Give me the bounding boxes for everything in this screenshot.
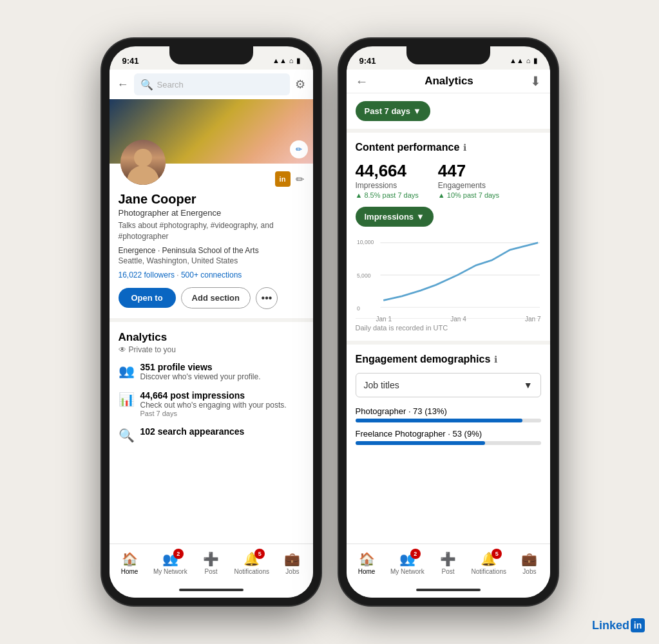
- linkedin-badge: in: [275, 171, 291, 187]
- home-icon-2: 🏠: [359, 551, 375, 567]
- profile-title: Photographer at Energence: [119, 208, 304, 218]
- impressions-chart: 10,000 5,000 0 Jan 1: [356, 236, 541, 313]
- status-icons-2: ▲▲ ⌂ ▮: [510, 57, 537, 65]
- profile-education: Energence · Peninsula School of the Arts: [119, 246, 304, 255]
- add-section-button[interactable]: Add section: [181, 287, 251, 308]
- post-impressions-main: 44,664 post impressions: [140, 390, 287, 401]
- nav-notifications-1[interactable]: 🔔 5 Notifications: [231, 544, 272, 582]
- engagements-metric: 447 Engagements ▲ 10% past 7 days: [438, 161, 499, 199]
- edit-profile-icon[interactable]: ✏: [296, 173, 304, 185]
- post-icon-2: ➕: [440, 551, 456, 567]
- engagement-demographics-section: Engagement demographics ℹ Job titles ▼ P…: [347, 345, 550, 544]
- analytics-item-post-impressions[interactable]: 📊 44,664 post impressions Check out who'…: [119, 390, 304, 417]
- home-indicator-2: [347, 582, 550, 598]
- connections-count[interactable]: 500+ connections: [181, 270, 242, 279]
- chart-label-jan1: Jan 1: [376, 316, 392, 323]
- bottom-nav-2: 🏠 Home 👥 2 My Network ➕ Post 🔔: [347, 544, 550, 582]
- more-options-button[interactable]: •••: [256, 287, 278, 309]
- home-indicator-1: [110, 582, 313, 598]
- nav-home-1[interactable]: 🏠 Home: [110, 544, 150, 582]
- profile-views-sub: Discover who's viewed your profile.: [140, 372, 261, 381]
- nav-network-label-2: My Network: [390, 568, 425, 575]
- wifi-icon-2: ⌂: [526, 57, 531, 64]
- nav-network-label-1: My Network: [153, 568, 187, 575]
- phone-2: 9:41 ▲▲ ⌂ ▮ ← Analytics ⬇ Past 7 days: [339, 39, 558, 605]
- nav-post-2[interactable]: ➕ Post: [428, 544, 468, 582]
- wifi-icon: ⌂: [289, 57, 294, 64]
- phone-2-screen: 9:41 ▲▲ ⌂ ▮ ← Analytics ⬇ Past 7 days: [347, 46, 550, 598]
- impressions-label: Impressions: [356, 181, 419, 190]
- demog-item-photographer: Photographer · 73 (13%): [356, 406, 541, 422]
- phones-container: 9:41 ▲▲ ⌂ ▮ ← 🔍 Search ⚙: [102, 39, 558, 605]
- analytics-page-title: Analytics: [425, 75, 473, 88]
- nav-notifications-2[interactable]: 🔔 5 Notifications: [468, 544, 509, 582]
- battery-icon: ▮: [296, 57, 300, 65]
- phone-1-screen: 9:41 ▲▲ ⌂ ▮ ← 🔍 Search ⚙: [110, 46, 313, 598]
- filter-arrow-icon: ▼: [413, 106, 421, 116]
- nav-jobs-2[interactable]: 💼 Jobs: [509, 544, 549, 582]
- network-badge-1: 2: [173, 549, 184, 559]
- demog-freelance-fill: [356, 441, 486, 445]
- chart-label-jan4: Jan 4: [450, 316, 466, 323]
- open-to-button[interactable]: Open to: [119, 288, 176, 308]
- past7-days-button[interactable]: Past 7 days ▼: [356, 101, 430, 121]
- download-icon[interactable]: ⬇: [530, 73, 541, 89]
- profile-views-icon: 👥: [119, 363, 134, 379]
- network-icon-1: 👥 2: [162, 551, 178, 567]
- jobs-icon-2: 💼: [521, 551, 537, 567]
- nav-home-label-1: Home: [121, 568, 138, 575]
- chart-svg: 10,000 5,000 0: [356, 236, 541, 313]
- back-button-1[interactable]: ←: [117, 78, 129, 91]
- svg-text:5,000: 5,000: [356, 272, 370, 279]
- impressions-btn-arrow: ▼: [416, 212, 425, 222]
- nav-notifications-label-1: Notifications: [234, 568, 269, 575]
- nav-network-2[interactable]: 👥 2 My Network: [387, 544, 428, 582]
- nav-home-label-2: Home: [358, 568, 376, 575]
- linkedin-text: Linked: [592, 619, 629, 632]
- followers-count[interactable]: 16,022 followers: [119, 270, 175, 279]
- search-icon-1: 🔍: [140, 79, 153, 91]
- post-impressions-period: Past 7 days: [140, 410, 287, 417]
- nav-network-1[interactable]: 👥 2 My Network: [150, 544, 191, 582]
- nav-jobs-1[interactable]: 💼 Jobs: [272, 544, 312, 582]
- profile-section: in ✏ Jane Cooper Photographer at Energen…: [110, 164, 313, 318]
- battery-icon-2: ▮: [533, 57, 537, 65]
- notch-1: [169, 46, 253, 64]
- phone-1: 9:41 ▲▲ ⌂ ▮ ← 🔍 Search ⚙: [102, 39, 321, 605]
- status-icons-1: ▲▲ ⌂ ▮: [272, 57, 300, 65]
- content-performance-section: Content performance ℹ 44,664 Impressions…: [347, 133, 550, 341]
- impressions-value: 44,664: [356, 161, 419, 181]
- nav-home-2[interactable]: 🏠 Home: [347, 544, 387, 582]
- impressions-btn-label: Impressions: [365, 212, 414, 222]
- engagements-label: Engagements: [438, 181, 499, 190]
- analytics-back-button[interactable]: ←: [356, 74, 368, 89]
- banner-edit-btn[interactable]: ✏: [290, 140, 308, 158]
- notifications-icon-1: 🔔 5: [244, 551, 260, 567]
- analytics-nav-bar: ← Analytics ⬇: [347, 70, 550, 93]
- avatar-actions: in ✏: [275, 171, 304, 187]
- nav-post-label-1: Post: [205, 568, 218, 575]
- chart-label-jan7: Jan 7: [525, 316, 540, 323]
- demog-freelance-label: Freelance Photographer · 53 (9%): [356, 429, 541, 439]
- search-placeholder-1: Search: [157, 80, 184, 90]
- settings-icon-1[interactable]: ⚙: [295, 77, 305, 91]
- job-titles-dropdown[interactable]: Job titles ▼: [356, 373, 541, 397]
- nav-jobs-label-2: Jobs: [522, 568, 536, 575]
- home-icon-1: 🏠: [122, 551, 138, 567]
- content-perf-title: Content performance: [356, 142, 460, 153]
- svg-text:0: 0: [356, 305, 359, 312]
- filter-row: Past 7 days ▼: [347, 93, 550, 129]
- nav-post-1[interactable]: ➕ Post: [191, 544, 231, 582]
- screen-content-1: ✏ in ✏ Jane Cooper Photographer at: [110, 99, 313, 544]
- impressions-change: ▲ 8.5% past 7 days: [356, 191, 419, 199]
- analytics-item-search[interactable]: 🔍 102 search appearances: [119, 426, 304, 443]
- post-impressions-sub: Check out who's engaging with your posts…: [140, 401, 287, 410]
- search-bar-1[interactable]: 🔍 Search: [134, 73, 290, 95]
- analytics-scroll-area: Past 7 days ▼ Content performance ℹ 44,6…: [347, 93, 550, 544]
- dropdown-arrow-icon: ▼: [524, 380, 533, 390]
- notifications-badge-1: 5: [254, 549, 265, 559]
- analytics-item-profile-views[interactable]: 👥 351 profile views Discover who's viewe…: [119, 362, 304, 381]
- impressions-filter-button[interactable]: Impressions ▼: [356, 207, 434, 227]
- eye-icon: 👁: [119, 345, 126, 354]
- engagements-change: ▲ 10% past 7 days: [438, 191, 499, 199]
